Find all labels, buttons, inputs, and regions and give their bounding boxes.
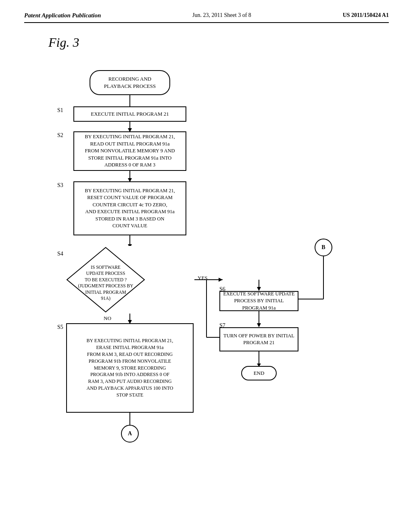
s3-box: BY EXECUTING INITIAL PROGRAM 21, RESET C…: [73, 181, 186, 235]
header-date-sheet: Jun. 23, 2011 Sheet 3 of 8: [192, 12, 251, 19]
header-patent-number: US 2011/150424 A1: [343, 12, 389, 19]
s5-box: BY EXECUTING INITIAL PROGRAM 21, ERASE I…: [66, 323, 194, 413]
s2-box-text: BY EXECUTING INITIAL PROGRAM 21, READ OU…: [85, 133, 175, 169]
s4-diamond: IS SOFTWARE UPDATE PROCESS TO BE EXECUTE…: [65, 246, 146, 314]
s3-box-text: BY EXECUTING INITIAL PROGRAM 21, RESET C…: [85, 187, 175, 230]
s1-box: EXECUTE INITIAL PROGRAM 21: [73, 106, 186, 122]
s3-label: S3: [57, 182, 63, 189]
s5-box-text: BY EXECUTING INITIAL PROGRAM 21, ERASE I…: [87, 337, 173, 398]
yes-label: YES: [198, 275, 208, 281]
s1-box-text: EXECUTE INITIAL PROGRAM 21: [91, 110, 169, 118]
s2-label: S2: [57, 132, 63, 139]
s4-label: S4: [57, 251, 63, 257]
s6-box-text: EXECUTE SOFTWARE UPDATE PROCESS BY INITI…: [223, 291, 294, 312]
start-box: RECORDING AND PLAYBACK PROCESS: [90, 70, 170, 95]
figure-title: Fig. 3: [48, 35, 389, 50]
connector-a: A: [121, 425, 139, 443]
flowchart: RECORDING AND PLAYBACK PROCESS S1 EXECUT…: [33, 62, 380, 505]
s6-box: EXECUTE SOFTWARE UPDATE PROCESS BY INITI…: [219, 291, 298, 311]
connector-b: B: [315, 239, 332, 256]
svg-marker-10: [257, 323, 261, 327]
s7-box: TURN OFF POWER BY INITIAL PROGRAM 21: [219, 327, 298, 351]
end-box: END: [241, 366, 277, 380]
end-box-text: END: [254, 370, 265, 377]
start-box-text: RECORDING AND PLAYBACK PROCESS: [104, 75, 156, 90]
header-publication: Patent Application Publication: [24, 12, 101, 19]
svg-marker-11: [219, 278, 223, 282]
s5-label: S5: [57, 324, 63, 330]
page: Patent Application Publication Jun. 23, …: [0, 0, 413, 532]
header: Patent Application Publication Jun. 23, …: [24, 12, 389, 23]
no-label: NO: [104, 315, 111, 322]
s1-label: S1: [57, 107, 63, 114]
s4-diamond-text: IS SOFTWARE UPDATE PROCESS TO BE EXECUTE…: [75, 258, 136, 302]
s2-box: BY EXECUTING INITIAL PROGRAM 21, READ OU…: [73, 131, 186, 171]
s7-box-text: TURN OFF POWER BY INITIAL PROGRAM 21: [223, 332, 294, 347]
